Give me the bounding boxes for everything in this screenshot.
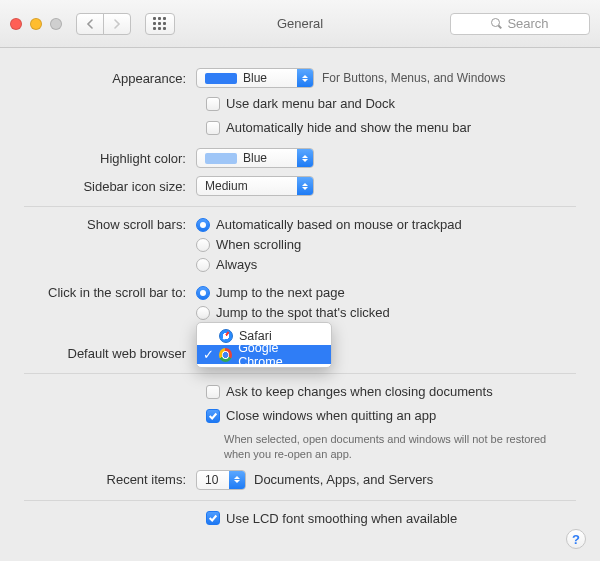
default-browser-menu: ✓ Safari ✓ Google Chrome [196, 322, 332, 368]
checkbox-icon [206, 97, 220, 111]
radio-icon [196, 258, 210, 272]
check-icon: ✓ [203, 347, 213, 362]
scrollbars-option-label: Always [216, 257, 257, 272]
click-scroll-option-label: Jump to the next page [216, 285, 345, 300]
minimize-window-button[interactable] [30, 18, 42, 30]
recent-items-label: Recent items: [24, 472, 196, 487]
nav-buttons [76, 13, 131, 35]
checkbox-icon [206, 511, 220, 525]
autohide-menubar-checkbox[interactable]: Automatically hide and show the menu bar [206, 120, 471, 135]
recent-items-hint: Documents, Apps, and Servers [254, 472, 433, 487]
radio-icon [196, 218, 210, 232]
general-pane: Appearance: Blue For Buttons, Menus, and… [0, 48, 600, 553]
ask-keep-changes-checkbox[interactable]: Ask to keep changes when closing documen… [206, 384, 493, 399]
show-all-button[interactable] [145, 13, 175, 35]
scrollbars-option-label: Automatically based on mouse or trackpad [216, 217, 462, 232]
radio-icon [196, 286, 210, 300]
radio-icon [196, 238, 210, 252]
highlight-label: Highlight color: [24, 151, 196, 166]
checkbox-icon [206, 385, 220, 399]
scrollbars-label: Show scroll bars: [24, 217, 196, 232]
recent-items-popup[interactable]: 10 [196, 470, 246, 490]
highlight-swatch [205, 153, 237, 164]
appearance-value: Blue [243, 71, 267, 85]
lcd-smoothing-checkbox[interactable]: Use LCD font smoothing when available [206, 511, 457, 526]
highlight-value: Blue [243, 151, 267, 165]
default-browser-label: Default web browser [24, 346, 196, 361]
radio-icon [196, 306, 210, 320]
scrollbars-option-scrolling[interactable]: When scrolling [196, 237, 301, 252]
back-button[interactable] [76, 13, 104, 35]
click-scroll-option-spot[interactable]: Jump to the spot that's clicked [196, 305, 390, 320]
scrollbars-option-auto[interactable]: Automatically based on mouse or trackpad [196, 217, 462, 232]
scrollbars-option-label: When scrolling [216, 237, 301, 252]
highlight-popup[interactable]: Blue [196, 148, 314, 168]
checkbox-icon [206, 409, 220, 423]
recent-items-value: 10 [205, 473, 218, 487]
close-windows-checkbox[interactable]: Close windows when quitting an app [206, 408, 436, 423]
appearance-hint: For Buttons, Menus, and Windows [322, 70, 505, 86]
chevron-left-icon [86, 19, 94, 29]
browser-menu-item-label: Google Chrome [238, 341, 321, 369]
ask-keep-changes-label: Ask to keep changes when closing documen… [226, 384, 493, 399]
help-label: ? [572, 532, 580, 547]
window-toolbar: General Search [0, 0, 600, 48]
close-windows-label: Close windows when quitting an app [226, 408, 436, 423]
search-field[interactable]: Search [450, 13, 590, 35]
grid-icon [153, 17, 167, 31]
chrome-icon [219, 348, 232, 362]
sidebar-size-label: Sidebar icon size: [24, 179, 196, 194]
dark-menubar-checkbox[interactable]: Use dark menu bar and Dock [206, 96, 395, 111]
autohide-menubar-label: Automatically hide and show the menu bar [226, 120, 471, 135]
help-button[interactable]: ? [566, 529, 586, 549]
updown-icon [229, 471, 245, 489]
divider [24, 206, 576, 207]
close-windows-hint: When selected, open documents and window… [224, 432, 554, 462]
sidebar-size-popup[interactable]: Medium [196, 176, 314, 196]
divider [24, 373, 576, 374]
click-scroll-option-label: Jump to the spot that's clicked [216, 305, 390, 320]
safari-icon [219, 329, 233, 343]
zoom-window-button[interactable] [50, 18, 62, 30]
chevron-right-icon [113, 19, 121, 29]
click-scroll-option-nextpage[interactable]: Jump to the next page [196, 285, 345, 300]
appearance-label: Appearance: [24, 71, 196, 86]
dark-menubar-label: Use dark menu bar and Dock [226, 96, 395, 111]
appearance-swatch [205, 73, 237, 84]
click-scroll-label: Click in the scroll bar to: [24, 285, 196, 300]
updown-icon [297, 69, 313, 87]
sidebar-size-value: Medium [205, 179, 248, 193]
checkbox-icon [206, 121, 220, 135]
scrollbars-option-always[interactable]: Always [196, 257, 257, 272]
appearance-popup[interactable]: Blue [196, 68, 314, 88]
close-window-button[interactable] [10, 18, 22, 30]
lcd-smoothing-label: Use LCD font smoothing when available [226, 511, 457, 526]
updown-icon [297, 149, 313, 167]
forward-button[interactable] [103, 13, 131, 35]
search-placeholder: Search [507, 16, 548, 31]
updown-icon [297, 177, 313, 195]
browser-menu-item-chrome[interactable]: ✓ Google Chrome [197, 345, 331, 364]
divider [24, 500, 576, 501]
traffic-lights [10, 18, 62, 30]
search-icon [491, 18, 502, 29]
